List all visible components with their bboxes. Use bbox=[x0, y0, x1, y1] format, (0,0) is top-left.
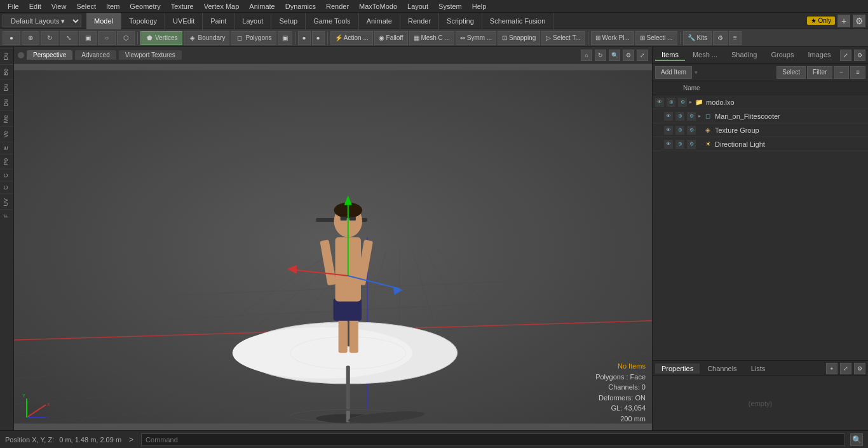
panel-tab-shading[interactable]: Shading bbox=[725, 50, 763, 61]
menu-render[interactable]: Render bbox=[321, 1, 354, 11]
sidebar-tab-e[interactable]: E bbox=[0, 142, 13, 154]
sidebar-tab-po[interactable]: Po bbox=[0, 154, 13, 169]
tab-setup[interactable]: Setup bbox=[271, 13, 306, 29]
vp-home-btn[interactable]: ⌂ bbox=[581, 50, 592, 61]
tool-icon-3[interactable]: ● bbox=[312, 31, 325, 45]
menu-geometry[interactable]: Geometry bbox=[125, 1, 165, 11]
panel-tab-mesh[interactable]: Mesh ... bbox=[686, 50, 724, 61]
tool-snapping[interactable]: ⊡ Snapping bbox=[498, 31, 540, 45]
settings-button[interactable]: ⚙ bbox=[853, 15, 865, 27]
prop-tab-lists[interactable]: Lists bbox=[745, 363, 772, 374]
sidebar-tab-c2[interactable]: C bbox=[0, 181, 13, 194]
menu-animate[interactable]: Animate bbox=[244, 1, 280, 11]
item-row-texture[interactable]: 👁 ⊕ ⚙ ▸ ◈ Texture Group bbox=[653, 123, 868, 137]
tool-select-t[interactable]: ▷ Select T... bbox=[541, 31, 585, 45]
tool-icon-settings[interactable]: ⚙ bbox=[713, 31, 728, 45]
tab-game-tools[interactable]: Game Tools bbox=[306, 13, 359, 29]
menu-layout[interactable]: Layout bbox=[402, 1, 433, 11]
vp-rotate-btn[interactable]: ↻ bbox=[595, 50, 606, 61]
tool-vertices[interactable]: ⬟ Vertices bbox=[140, 31, 182, 45]
items-minus-btn[interactable]: − bbox=[834, 66, 849, 79]
tool-action[interactable]: ⚡ Action ... bbox=[330, 31, 373, 45]
prop-expand-btn[interactable]: ⤢ bbox=[840, 363, 851, 374]
panel-tab-groups[interactable]: Groups bbox=[764, 50, 800, 61]
tool-kits[interactable]: 🔧 Kits bbox=[683, 31, 712, 45]
tab-layout[interactable]: Layout bbox=[234, 13, 271, 29]
panel-tab-images[interactable]: Images bbox=[801, 50, 837, 61]
tool-icon-1[interactable]: ▣ bbox=[278, 31, 292, 45]
tab-model[interactable]: Model bbox=[86, 13, 121, 29]
layout-dropdown[interactable]: Default Layouts ▾ bbox=[3, 15, 81, 27]
lock-toggle-texture[interactable]: ⊕ bbox=[675, 126, 684, 135]
tool-mesh-c[interactable]: ▦ Mesh C ... bbox=[409, 31, 454, 45]
vp-tab-advanced[interactable]: Advanced bbox=[75, 50, 116, 60]
tool-poly[interactable]: ⬡ bbox=[117, 31, 135, 45]
item-row-man[interactable]: 👁 ⊕ ⚙ ▸ ◻ Man_on_Flitescooter bbox=[653, 109, 868, 123]
tool-select[interactable]: ● bbox=[3, 31, 20, 45]
tool-falloff[interactable]: ◉ Falloff bbox=[374, 31, 408, 45]
tool-scale[interactable]: ⤡ bbox=[60, 31, 78, 45]
tab-uvedit[interactable]: UVEdit bbox=[165, 13, 203, 29]
tool-rect[interactable]: ▣ bbox=[79, 31, 97, 45]
menu-file[interactable]: File bbox=[3, 1, 24, 11]
lock-toggle-modo-lxo[interactable]: ⊕ bbox=[667, 98, 675, 107]
menu-edit[interactable]: Edit bbox=[24, 1, 46, 11]
add-item-button[interactable]: Add Item bbox=[655, 66, 692, 79]
vp-settings-btn[interactable]: ⚙ bbox=[623, 50, 634, 61]
sidebar-tab-3[interactable]: Du bbox=[0, 79, 13, 95]
tool-move[interactable]: ⊕ bbox=[22, 31, 39, 45]
tool-icon-extra[interactable]: ≡ bbox=[729, 31, 742, 45]
vis-toggle-light[interactable]: 👁 bbox=[664, 140, 673, 149]
menu-view[interactable]: View bbox=[46, 1, 72, 11]
menu-item[interactable]: Item bbox=[101, 1, 125, 11]
sidebar-tab-f[interactable]: F bbox=[0, 210, 13, 222]
tool-symm[interactable]: ⇔ Symm ... bbox=[456, 31, 496, 45]
lock-toggle-light[interactable]: ⊕ bbox=[675, 140, 684, 149]
vp-tab-textures[interactable]: Viewport Textures bbox=[119, 50, 182, 60]
item-row-light[interactable]: 👁 ⊕ ⚙ ▸ ☀ Directional Light bbox=[653, 137, 868, 151]
scene-canvas[interactable]: No Items Polygons : Face Channels: 0 Def… bbox=[14, 64, 652, 430]
item-row-modo-lxo[interactable]: 👁 ⊕ ⚙ ▸ 📁 modo.lxo bbox=[653, 95, 868, 109]
sidebar-tab-uv[interactable]: UV bbox=[0, 194, 13, 210]
select-button[interactable]: Select bbox=[776, 66, 806, 79]
sidebar-tab-4[interactable]: Du bbox=[0, 95, 13, 111]
menu-maxtomodo[interactable]: MaxToModo bbox=[354, 1, 402, 11]
menu-texture[interactable]: Texture bbox=[166, 1, 199, 11]
menu-select[interactable]: Select bbox=[71, 1, 101, 11]
tool-work-pl[interactable]: ⊞ Work Pl... bbox=[591, 31, 634, 45]
panel-expand-btn[interactable]: ⤢ bbox=[840, 50, 851, 61]
render-toggle-light[interactable]: ⚙ bbox=[687, 140, 696, 149]
sidebar-tab-2[interactable]: Be bbox=[0, 64, 13, 79]
tab-scripting[interactable]: Scripting bbox=[439, 13, 482, 29]
tool-rotate[interactable]: ↻ bbox=[41, 31, 58, 45]
vp-zoom-btn[interactable]: 🔍 bbox=[609, 50, 620, 61]
tab-topology[interactable]: Topology bbox=[121, 13, 165, 29]
render-toggle-man[interactable]: ⚙ bbox=[687, 112, 696, 121]
vp-tab-perspective[interactable]: Perspective bbox=[27, 50, 72, 60]
prop-settings-btn[interactable]: ⚙ bbox=[854, 363, 865, 374]
tool-circle[interactable]: ○ bbox=[98, 31, 116, 45]
menu-system[interactable]: System bbox=[433, 1, 467, 11]
items-extra-btn[interactable]: ≡ bbox=[850, 66, 865, 79]
add-layout-button[interactable]: + bbox=[837, 15, 850, 27]
tool-icon-2[interactable]: ● bbox=[298, 31, 311, 45]
prop-tab-properties[interactable]: Properties bbox=[655, 363, 700, 374]
sidebar-tab-me[interactable]: Me bbox=[0, 111, 13, 127]
menu-help[interactable]: Help bbox=[467, 1, 492, 11]
prop-tab-channels[interactable]: Channels bbox=[701, 363, 743, 374]
render-toggle-modo-lxo[interactable]: ⚙ bbox=[678, 98, 687, 107]
menu-dynamics[interactable]: Dynamics bbox=[280, 1, 321, 11]
tool-polygons[interactable]: ◻ Polygons bbox=[231, 31, 276, 45]
sidebar-tab-1[interactable]: Du bbox=[0, 48, 13, 64]
command-input[interactable] bbox=[141, 433, 845, 446]
tab-render[interactable]: Render bbox=[400, 13, 439, 29]
tab-schematic-fusion[interactable]: Schematic Fusion bbox=[482, 13, 553, 29]
command-search-btn[interactable]: 🔍 bbox=[850, 433, 863, 446]
sidebar-tab-ve[interactable]: Ve bbox=[0, 126, 13, 142]
menu-vertex-map[interactable]: Vertex Map bbox=[199, 1, 245, 11]
sidebar-tab-c1[interactable]: C bbox=[0, 169, 13, 182]
panel-tab-items[interactable]: Items bbox=[655, 50, 685, 61]
vp-expand-btn[interactable]: ⤢ bbox=[637, 50, 648, 61]
tool-boundary[interactable]: ◈ Boundary bbox=[184, 31, 230, 45]
filter-button[interactable]: Filter bbox=[807, 66, 832, 79]
